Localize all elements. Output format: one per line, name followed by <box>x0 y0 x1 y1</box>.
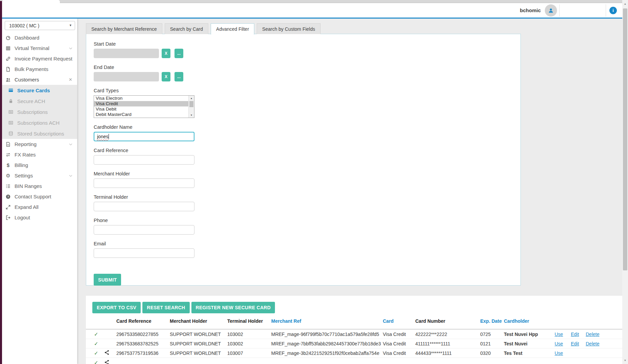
sidebar-item-secure-cards[interactable]: Secure Cards <box>2 85 77 96</box>
terminal-holder-label: Terminal Holder <box>94 194 520 200</box>
sidebar-item-contact-support[interactable]: ? Contact Support <box>2 191 77 202</box>
phone-input[interactable] <box>94 225 194 235</box>
file-icon <box>5 67 11 72</box>
sidebar-item-bulk-payments[interactable]: Bulk Payments <box>2 64 77 74</box>
sidebar-item-label: Virtual Terminal <box>15 45 49 51</box>
cell-merchant-holder: SUPPORT WORLDNET <box>170 341 227 346</box>
avatar[interactable] <box>545 4 557 17</box>
use-link[interactable]: Use <box>555 341 563 346</box>
sidebar-item-secure-ach[interactable]: Secure ACH <box>2 96 77 106</box>
close-icon[interactable]: ✕ <box>69 77 72 82</box>
email-input[interactable] <box>94 248 194 258</box>
column-terminal-holder: Terminal Holder <box>227 318 271 324</box>
sidebar-item-billing[interactable]: $ Billing <box>2 160 77 170</box>
sidebar-item-subscriptions[interactable]: Subscriptions <box>2 106 77 117</box>
sidebar-item-customers[interactable]: Customers ✕ <box>2 74 77 85</box>
card-types-listbox[interactable]: Visa Electron Visa Credit Visa Debit Deb… <box>94 95 194 118</box>
customers-submenu: Secure Cards Secure ACH Subscriptions Su… <box>2 85 77 139</box>
cardholder-name-value: jones <box>97 134 108 139</box>
tab-search-by-custom-fields[interactable]: Search by Custom Fields <box>257 23 320 34</box>
listbox-scrollbar[interactable]: ▲ ▼ <box>188 96 194 118</box>
cell-exp-date: 0121 <box>473 341 504 346</box>
caret-down-icon: ▼ <box>69 24 72 27</box>
sidebar-item-label: FX Rates <box>15 152 36 157</box>
document-icon <box>5 142 11 147</box>
use-link[interactable]: Use <box>555 350 563 356</box>
sidebar-item-expand-all[interactable]: Expand All <box>2 202 77 212</box>
topbar-divider <box>606 4 606 17</box>
cell-merchant-ref: MREF_mage-3b24221529251f92f0cebab2affa75… <box>271 350 383 356</box>
merchant-select[interactable]: 103002 ( MC ) ▼ <box>5 21 75 30</box>
card-type-option[interactable]: Debit MasterCard <box>94 112 194 117</box>
end-date-input[interactable] <box>94 72 159 81</box>
sidebar-item-subscriptions-ach[interactable]: Subscriptions ACH <box>2 117 77 128</box>
delete-link[interactable]: Delete <box>586 332 599 337</box>
cell-exp-date: 0725 <box>473 332 504 337</box>
check-icon: ✓ <box>94 350 98 356</box>
start-date-input[interactable] <box>94 49 159 58</box>
register-new-secure-card-button[interactable]: REGISTER NEW SECURE CARD <box>191 302 275 313</box>
sidebar-item-stored-subscriptions[interactable]: Stored Subscriptions <box>2 128 77 139</box>
window-edge <box>0 1 2 364</box>
email-field: Email <box>94 241 520 258</box>
merchant-holder-input[interactable] <box>94 178 194 188</box>
tab-advanced-filter[interactable]: Advanced Filter <box>211 23 254 34</box>
listbox-scrollbar-thumb[interactable] <box>189 101 193 107</box>
card-types-label: Card Types <box>94 88 520 93</box>
export-to-csv-button[interactable]: EXPORT TO CSV <box>92 302 141 313</box>
cell-terminal-holder: 103002 <box>227 332 271 337</box>
sidebar-item-invoice-payment-request[interactable]: Invoice Payment Request <box>2 53 77 64</box>
sidebar-item-logout[interactable]: Logout <box>2 212 77 223</box>
terminal-holder-input[interactable] <box>94 202 194 211</box>
text-cursor <box>109 134 109 139</box>
reset-search-button[interactable]: RESET SEARCH <box>142 302 189 313</box>
scroll-up-icon[interactable]: ▲ <box>189 96 194 101</box>
column-cardholder[interactable]: Cardholder <box>504 318 555 324</box>
link-icon <box>5 56 11 62</box>
card-type-option[interactable]: Visa Debit <box>94 106 194 112</box>
column-exp-date[interactable]: Exp. Date <box>473 318 504 324</box>
edit-link[interactable]: Edit <box>571 332 579 337</box>
card-reference-field: Card Reference <box>94 148 520 165</box>
card-reference-input[interactable] <box>94 155 194 165</box>
sidebar-item-bin-ranges[interactable]: BIN Ranges <box>2 181 77 191</box>
page-scrollbar[interactable]: ▲ ▼ <box>622 0 628 364</box>
sidebar-item-reporting[interactable]: Reporting <box>2 139 77 149</box>
scroll-down-icon[interactable]: ▼ <box>189 113 194 118</box>
scrollbar-thumb[interactable] <box>623 8 627 270</box>
submit-button[interactable]: SUBMIT <box>94 274 121 286</box>
sidebar-item-virtual-terminal[interactable]: Virtual Terminal <box>2 43 77 53</box>
dashboard-icon <box>5 35 11 41</box>
scroll-up-icon[interactable]: ▲ <box>622 1 628 6</box>
info-icon[interactable]: i <box>609 7 617 14</box>
end-date-picker-button[interactable]: ... <box>175 72 183 81</box>
start-date-label: Start Date <box>94 41 520 47</box>
sidebar-item-dashboard[interactable]: Dashboard <box>2 32 77 43</box>
question-circle-icon: ? <box>5 194 11 199</box>
cell-exp-date: 0320 <box>473 350 504 356</box>
end-date-clear-button[interactable]: X <box>162 72 170 81</box>
sidebar-item-fx-rates[interactable]: FX Rates <box>2 149 77 160</box>
tab-search-by-merchant-reference[interactable]: Search by Merchant Reference <box>86 23 162 34</box>
tab-search-by-card[interactable]: Search by Card <box>165 23 208 34</box>
edit-link[interactable]: Edit <box>571 341 579 346</box>
cell-card-number: 411111******1111 <box>413 341 473 346</box>
card-type-option-selected[interactable]: Visa Credit <box>94 101 194 106</box>
terminal-holder-field: Terminal Holder <box>94 194 520 211</box>
start-date-picker-button[interactable]: ... <box>175 49 183 58</box>
cardholder-name-input[interactable]: jones <box>94 132 194 141</box>
use-link[interactable]: Use <box>555 332 563 337</box>
lock-icon <box>8 98 14 104</box>
start-date-clear-button[interactable]: X <box>162 49 170 58</box>
column-card[interactable]: Card <box>383 318 413 324</box>
card-type-option[interactable]: Visa Electron <box>94 96 194 101</box>
column-merchant-ref[interactable]: Merchant Ref <box>271 318 383 324</box>
top-bar: bchomic i <box>0 3 628 19</box>
delete-link[interactable]: Delete <box>586 341 599 346</box>
scroll-down-icon[interactable]: ▼ <box>622 358 628 363</box>
advanced-filter-panel: Start Date X ... End Date X ... Card Typ… <box>86 34 521 286</box>
sidebar-item-settings[interactable]: ⚙ Settings <box>2 170 77 181</box>
user-menu[interactable]: bchomic <box>520 3 557 18</box>
cell-card-reference: 2967533580227855 <box>116 332 170 337</box>
expand-arrows-icon <box>5 204 11 210</box>
